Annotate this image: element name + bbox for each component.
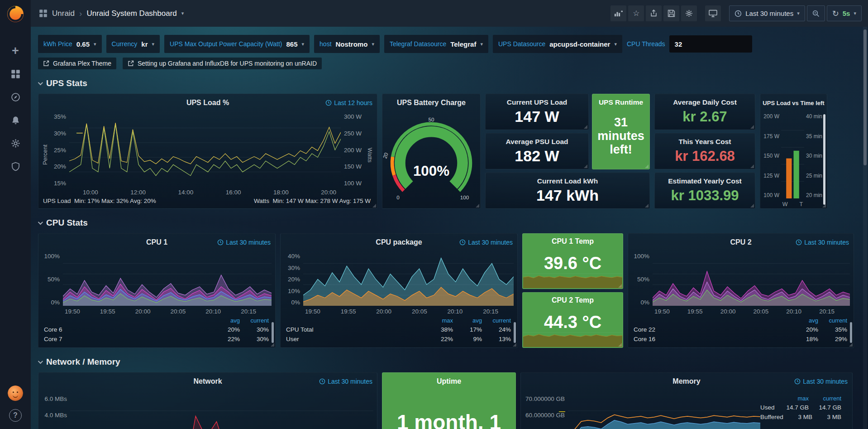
cpu-threads-input[interactable] [669,35,752,53]
panel-time-range[interactable]: Last 12 hours [325,99,372,106]
configuration-icon[interactable] [10,138,21,149]
alerting-icon[interactable] [10,115,21,125]
legend-item[interactable]: —Core 7 22%30% [44,334,269,344]
create-icon[interactable]: + [10,45,21,56]
y-axis-left: 6.0 MBs4.0 MBs2.0 MBs [41,392,70,429]
panel-title[interactable]: This Years Cost [678,138,731,146]
legend-item[interactable]: —Core 16 18%29% [634,334,847,344]
dashboard-caret-icon[interactable]: ▾ [181,10,184,16]
cycle-view-button[interactable] [705,5,721,21]
panel-ups-load-vs-time-left: UPS Load vs Time left 200 W175 W150 W125… [760,94,827,209]
variable-kwh-price[interactable]: kWh Price 0.65 ▾ [38,35,102,53]
legend-item[interactable]: —CPU Total 38%17%24% [286,325,511,334]
section-network-memory[interactable]: Network / Memory [38,357,861,367]
svg-text:0: 0 [396,194,400,200]
refresh-interval-label[interactable]: 5s [843,10,850,17]
panel-title[interactable]: Average Daily Cost [673,98,737,106]
share-dashboard-button[interactable] [646,5,662,21]
legend-item[interactable]: —Core 22 20%35% [634,325,847,334]
cpu-stats-row: CPU 1 Last 30 minutes 100%50%0% 19:5019:… [38,233,861,348]
legend-scrollbar[interactable] [514,322,516,343]
legend-item[interactable]: —User 22%9%13% [286,334,511,344]
panel-title[interactable]: CPU package [376,238,422,246]
caret-down-icon: ▾ [302,41,305,47]
legend-item[interactable]: —Core 6 20%30% [44,325,269,334]
panel-title[interactable]: Memory [672,377,700,386]
y-axis-left: 40%30%20%10%0% [283,253,303,316]
page-scrollbar[interactable] [863,27,867,429]
refresh-caret-icon[interactable]: ▾ [854,10,856,16]
panel-time-range[interactable]: Last 30 minutes [319,378,372,385]
server-admin-icon[interactable] [10,161,21,172]
help-icon[interactable]: ? [9,409,22,422]
scrollbar-thumb[interactable] [863,29,867,165]
x-axis: 19:5019:5520:0020:0520:1020:15 [303,306,514,316]
explore-icon[interactable] [10,92,21,102]
panel-title[interactable]: Current UPS Load [507,98,567,106]
cpu-package-chart[interactable] [303,253,514,306]
legend-scrollbar[interactable] [272,322,274,343]
link-ups-monitoring-guide[interactable]: Setting up Grafana and InfluxDB for UPS … [123,58,322,69]
variable-telegraf-datasource[interactable]: Telegraf Datasource Telegraf ▾ [384,35,488,53]
breadcrumb-org[interactable]: Unraid [52,9,75,18]
cpu-temp-column: CPU 1 Temp 39.6 °C CPU 2 Temp 44.3 °C [522,233,623,348]
legend-scrollbar[interactable] [850,322,852,343]
panel-title[interactable]: Network [193,377,222,386]
link-grafana-plex-theme[interactable]: Grafana Plex Theme [38,58,116,69]
panel-time-range[interactable]: Last 30 minutes [796,239,849,246]
panel-title[interactable]: Average PSU Load [506,138,568,146]
zoom-out-button[interactable] [807,5,825,21]
topbar-actions: ☆ Last 30 minutes ▾ [610,5,862,21]
refresh-button[interactable]: ↻ 5s ▾ [827,5,862,21]
ups-stats-row: UPS Load % Last 12 hours Percent 35%30%2… [38,94,861,209]
legend: maxavgcurrent —CPU Total 38%17%24% —User… [281,316,517,347]
dashboard-settings-button[interactable] [681,5,697,21]
mark-favorite-button[interactable]: ☆ [628,5,644,21]
panel-title[interactable]: UPS Load % [186,99,229,107]
external-link-icon [43,60,49,67]
ups-load-vs-time-chart[interactable] [781,113,804,198]
user-avatar[interactable] [8,386,23,401]
variable-ups-datasource[interactable]: UPS Datasource apcupsd-container ▾ [493,35,622,53]
dashboards-icon[interactable] [10,68,21,79]
variable-currency[interactable]: Currency kr ▾ [106,35,160,53]
panel-uptime: Uptime 1 month, 1 [382,372,516,429]
variable-host[interactable]: host Nostromo ▾ [314,35,380,53]
grafana-logo[interactable] [5,4,26,24]
cpu1-chart[interactable] [63,253,272,306]
breadcrumb-dashboard-title[interactable]: Unraid System Dashboard [86,9,176,18]
x-axis: WT [781,198,804,208]
cpu2-chart[interactable] [653,253,850,306]
panel-title[interactable]: UPS Battery Charge [397,99,466,107]
variable-ups-max-output[interactable]: UPS Max Output Power Capacity (Watt) 865… [164,35,310,53]
panel-title[interactable]: Estimated Yearly Cost [668,177,742,185]
section-cpu-stats[interactable]: CPU Stats [38,218,861,228]
panel-title[interactable]: CPU 2 Temp [552,296,594,304]
section-ups-stats[interactable]: UPS Stats [38,78,861,88]
legend-item[interactable]: —Watts Min: 147 W Max: 278 W Avg: 175 W [254,198,371,204]
panel-title[interactable]: CPU 1 [146,238,167,246]
panel-time-range[interactable]: Last 30 minutes [217,239,271,246]
stat-value: 147 kWh [536,185,599,208]
panel-title[interactable]: Uptime [437,377,461,386]
panel-time-range[interactable]: Last 30 minutes [794,378,848,385]
save-dashboard-button[interactable] [663,5,679,21]
chevron-down-icon [38,359,43,364]
panel-scrollbar[interactable] [823,114,825,205]
time-range-picker[interactable]: Last 30 minutes ▾ [729,5,805,21]
sidebar-bottom: ? [8,386,23,429]
battery-gauge[interactable]: 0 20 50 100 100% [382,113,480,203]
panel-title[interactable]: UPS Runtime [599,98,643,106]
panel-title[interactable]: CPU 2 [730,238,751,246]
panel-title[interactable]: Current Load kWh [537,177,598,185]
x-axis: 19:5019:5520:0020:0520:1020:15 [653,306,850,316]
save-icon [667,10,676,17]
network-chart[interactable] [70,392,373,429]
panel-title[interactable]: CPU 1 Temp [552,237,594,246]
panel-current-ups-load: Current UPS Load 147 W [485,94,589,130]
panel-time-range[interactable]: Last 30 minutes [459,239,513,246]
panel-title[interactable]: UPS Load vs Time left [763,100,824,106]
share-icon [649,10,658,17]
add-panel-button[interactable] [610,5,626,21]
legend-item[interactable]: —Buffered 3 MB3 MB [760,412,841,422]
